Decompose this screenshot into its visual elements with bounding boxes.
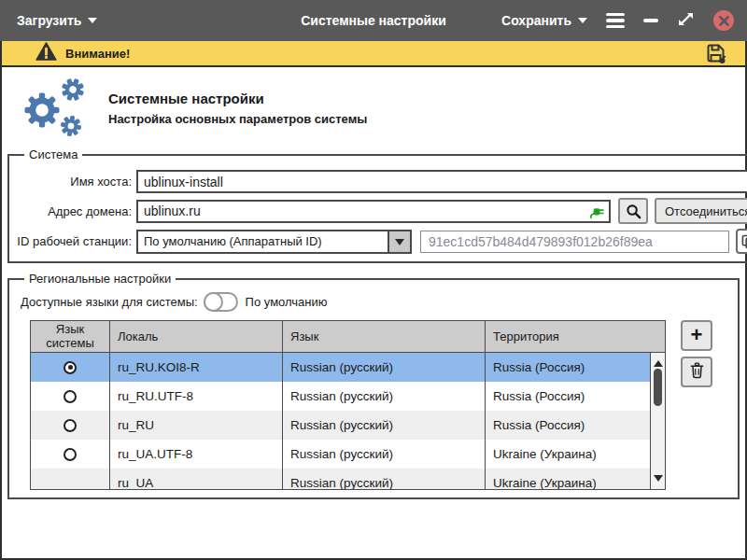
warning-bar: Внимание! — [2, 41, 745, 67]
domain-input[interactable] — [136, 200, 611, 223]
territory-cell: Ukraine (Украина) — [486, 469, 652, 489]
header-locale: Локаль — [110, 321, 283, 352]
system-language-cell — [31, 440, 110, 469]
select-arrow-button[interactable] — [388, 231, 410, 252]
warning-icon — [35, 42, 57, 64]
page-header-text: Системные настройки Настройка основных п… — [108, 91, 367, 126]
languages-toggle-switch[interactable] — [204, 292, 238, 312]
header-language: Язык — [283, 321, 486, 352]
regional-legend: Региональные настройки — [24, 272, 176, 286]
station-id-value-field — [420, 231, 729, 253]
delete-locale-button[interactable] — [681, 357, 712, 387]
territory-cell: Russia (Россия) — [486, 382, 652, 411]
locale-cell: ru_UA — [110, 469, 283, 489]
domain-row: Адрес домена: — [15, 198, 747, 224]
territory-cell: Ukraine (Украина) — [486, 440, 652, 469]
copy-button[interactable] — [736, 229, 747, 254]
minimize-icon[interactable] — [643, 19, 658, 22]
radio-unselected[interactable] — [63, 448, 77, 461]
window-body: Внимание! — [0, 41, 747, 560]
system-fieldset: Система Имя хоста: Адрес домена: — [7, 147, 747, 263]
locale-cell: ru_UA.UTF-8 — [110, 440, 283, 469]
chevron-down-icon — [578, 18, 587, 28]
load-menu-label: Загрузить — [17, 13, 81, 28]
territory-cell: Russia (Россия) — [486, 353, 652, 382]
hostname-label: Имя хоста: — [15, 175, 136, 189]
connected-plug-icon — [589, 204, 605, 223]
toggle-caption: По умолчанию — [246, 295, 328, 309]
header-system-language: Язык системы — [31, 321, 110, 352]
scrollbar-thumb[interactable] — [654, 369, 662, 406]
scroll-up-icon[interactable] — [654, 356, 663, 367]
locale-cell: ru_RU.UTF-8 — [110, 382, 283, 411]
page-subtitle: Настройка основных параметров системы — [108, 112, 367, 126]
languages-toggle-row: Доступные языки для системы: По умолчани… — [21, 292, 732, 312]
locales-table-header: Язык системы Локаль Язык Территория — [31, 321, 665, 353]
language-cell: Russian (русский) — [283, 469, 486, 489]
radio-unselected[interactable] — [63, 419, 77, 432]
load-menu-button[interactable]: Загрузить — [17, 13, 97, 28]
domain-input-wrap — [136, 200, 611, 223]
disconnect-button[interactable]: Отсоединиться — [655, 198, 747, 224]
close-icon[interactable] — [713, 10, 734, 31]
station-id-mode-value: По умолчанию (Аппаратный ID) — [138, 234, 388, 248]
territory-cell: Russia (Россия) — [486, 411, 652, 440]
locales-table-body: ru_RU.KOI8-R Russian (русский) Russia (Р… — [31, 353, 665, 489]
table-scrollbar[interactable] — [650, 353, 665, 489]
table-row[interactable]: ru_UA Russian (русский) Ukraine (Украина… — [31, 469, 665, 489]
languages-label: Доступные языки для системы: — [21, 295, 198, 309]
scroll-down-icon[interactable] — [654, 475, 663, 486]
maximize-icon[interactable] — [677, 10, 695, 32]
titlebar: Загрузить Системные настройки Сохранить — [0, 0, 747, 41]
system-legend: Система — [24, 147, 82, 161]
chevron-down-icon — [88, 18, 97, 28]
locale-cell: ru_RU.KOI8-R — [110, 353, 283, 382]
system-language-cell — [31, 469, 110, 489]
language-cell: Russian (русский) — [283, 382, 486, 411]
station-id-label: ID рабочей станции: — [15, 234, 136, 248]
language-cell: Russian (русский) — [283, 353, 486, 382]
menu-icon[interactable] — [606, 13, 625, 29]
radio-selected[interactable] — [63, 361, 77, 374]
chevron-down-icon — [395, 239, 404, 250]
system-language-cell — [31, 411, 110, 440]
locale-cell: ru_RU — [110, 411, 283, 440]
table-side-buttons: + — [681, 320, 712, 387]
hostname-row: Имя хоста: — [15, 170, 747, 193]
language-cell: Russian (русский) — [283, 440, 486, 469]
station-id-mode-select[interactable]: По умолчанию (Аппаратный ID) — [136, 230, 412, 254]
station-id-row: ID рабочей станции: По умолчанию (Аппара… — [15, 229, 747, 254]
hostname-input[interactable] — [136, 170, 747, 193]
save-menu-button[interactable]: Сохранить — [501, 13, 587, 28]
table-row[interactable]: ru_RU Russian (русский) Russia (Россия) — [31, 411, 665, 440]
gears-icon — [13, 75, 92, 142]
save-menu-label: Сохранить — [501, 13, 571, 28]
locales-table-zone: Язык системы Локаль Язык Территория ru_R… — [30, 320, 732, 490]
search-button[interactable] — [618, 198, 648, 224]
regional-fieldset: Региональные настройки Доступные языки д… — [7, 272, 740, 499]
table-row[interactable]: ru_UA.UTF-8 Russian (русский) Ukraine (У… — [31, 440, 665, 469]
add-locale-button[interactable]: + — [681, 320, 712, 351]
warning-text: Внимание! — [65, 47, 130, 61]
page-title: Системные настройки — [108, 91, 367, 106]
system-settings-window: Загрузить Системные настройки Сохранить — [0, 0, 747, 560]
page-header: Системные настройки Настройка основных п… — [2, 67, 745, 146]
table-row[interactable]: ru_RU.UTF-8 Russian (русский) Russia (Ро… — [31, 382, 665, 411]
titlebar-actions: Сохранить — [501, 10, 734, 32]
language-cell: Russian (русский) — [283, 411, 486, 440]
system-language-cell — [31, 353, 110, 382]
table-row[interactable]: ru_RU.KOI8-R Russian (русский) Russia (Р… — [31, 353, 665, 382]
radio-unselected[interactable] — [63, 390, 77, 403]
locales-table: Язык системы Локаль Язык Территория ru_R… — [30, 320, 666, 490]
trash-icon — [689, 362, 705, 383]
plus-icon: + — [691, 325, 703, 345]
system-language-cell — [31, 382, 110, 411]
domain-label: Адрес домена: — [15, 204, 136, 218]
header-territory: Территория — [486, 321, 665, 352]
save-icon[interactable] — [704, 42, 726, 64]
toggle-knob — [204, 292, 223, 312]
